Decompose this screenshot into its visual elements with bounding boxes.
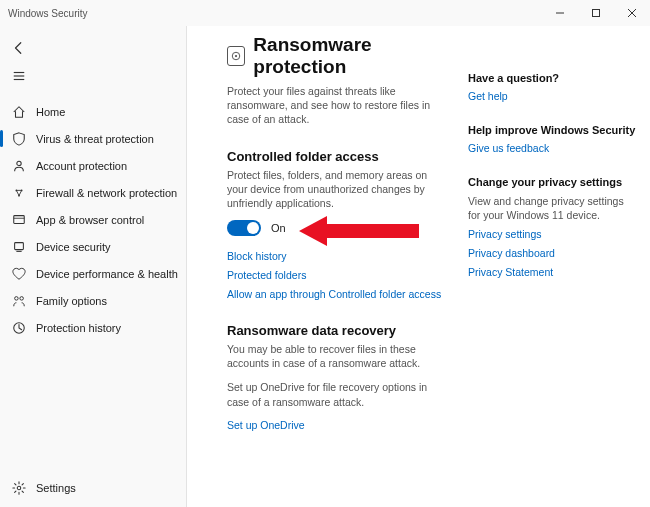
account-icon [12, 159, 26, 173]
annotation-arrow [299, 214, 419, 248]
svg-rect-13 [15, 242, 24, 249]
recovery-description: You may be able to recover files in thes… [227, 342, 450, 370]
sidebar-item-home[interactable]: Home [0, 98, 186, 125]
gear-icon [12, 481, 26, 495]
link-setup-onedrive[interactable]: Set up OneDrive [227, 419, 450, 431]
svg-point-18 [17, 486, 21, 490]
sidebar-item-virus-threat[interactable]: Virus & threat protection [0, 125, 186, 152]
shield-icon [12, 132, 26, 146]
sidebar: Home Virus & threat protection Account p… [0, 26, 187, 507]
heart-icon [12, 267, 26, 281]
sidebar-item-label: App & browser control [36, 214, 144, 226]
svg-rect-11 [14, 215, 25, 223]
sidebar-item-label: Virus & threat protection [36, 133, 154, 145]
svg-point-15 [15, 296, 19, 300]
cfa-toggle-state: On [271, 222, 286, 234]
sidebar-item-protection-history[interactable]: Protection history [0, 314, 186, 341]
sidebar-item-label: Home [36, 106, 65, 118]
aside-privacy-heading: Change your privacy settings [468, 176, 636, 188]
sidebar-item-family[interactable]: Family options [0, 287, 186, 314]
app-browser-icon [12, 213, 26, 227]
firewall-icon [12, 186, 26, 200]
cfa-heading: Controlled folder access [227, 149, 450, 164]
history-icon [12, 321, 26, 335]
back-button[interactable] [2, 34, 36, 62]
aside-privacy-description: View and change privacy settings for you… [468, 194, 636, 222]
minimize-button[interactable] [542, 0, 578, 26]
main-content: Ransomware protection Protect your files… [227, 34, 468, 507]
maximize-button[interactable] [578, 0, 614, 26]
link-give-feedback[interactable]: Give us feedback [468, 142, 636, 154]
svg-point-16 [20, 296, 24, 300]
family-icon [12, 294, 26, 308]
titlebar: Windows Security [0, 0, 650, 26]
aside-improve-heading: Help improve Windows Security [468, 124, 636, 136]
page-description: Protect your files against threats like … [227, 84, 450, 127]
sidebar-item-label: Family options [36, 295, 107, 307]
aside: Have a question? Get help Help improve W… [468, 34, 636, 507]
sidebar-item-label: Account protection [36, 160, 127, 172]
sidebar-item-device-security[interactable]: Device security [0, 233, 186, 260]
link-protected-folders[interactable]: Protected folders [227, 269, 450, 281]
onedrive-description: Set up OneDrive for file recovery option… [227, 380, 450, 408]
sidebar-item-firewall[interactable]: Firewall & network protection [0, 179, 186, 206]
ransomware-icon [227, 46, 245, 66]
svg-point-7 [17, 161, 21, 165]
recovery-heading: Ransomware data recovery [227, 323, 450, 338]
svg-marker-21 [299, 216, 419, 246]
sidebar-item-label: Settings [36, 482, 76, 494]
link-privacy-dashboard[interactable]: Privacy dashboard [468, 247, 636, 259]
device-security-icon [12, 240, 26, 254]
aside-question-heading: Have a question? [468, 72, 636, 84]
link-allow-app[interactable]: Allow an app through Controlled folder a… [227, 288, 450, 300]
home-icon [12, 105, 26, 119]
window-title: Windows Security [8, 8, 87, 19]
link-privacy-settings[interactable]: Privacy settings [468, 228, 636, 240]
sidebar-item-account[interactable]: Account protection [0, 152, 186, 179]
sidebar-item-device-performance[interactable]: Device performance & health [0, 260, 186, 287]
link-block-history[interactable]: Block history [227, 250, 450, 262]
svg-point-20 [235, 55, 237, 57]
svg-rect-1 [593, 10, 600, 17]
cfa-description: Protect files, folders, and memory areas… [227, 168, 450, 211]
link-get-help[interactable]: Get help [468, 90, 636, 102]
sidebar-item-label: Device security [36, 241, 111, 253]
page-title: Ransomware protection [253, 34, 450, 78]
close-button[interactable] [614, 0, 650, 26]
sidebar-item-label: Protection history [36, 322, 121, 334]
sidebar-item-label: Firewall & network protection [36, 187, 177, 199]
sidebar-item-label: Device performance & health [36, 268, 178, 280]
nav-menu-button[interactable] [2, 62, 36, 90]
sidebar-item-settings[interactable]: Settings [0, 474, 186, 501]
sidebar-item-app-browser[interactable]: App & browser control [0, 206, 186, 233]
cfa-toggle[interactable] [227, 220, 261, 236]
link-privacy-statement[interactable]: Privacy Statement [468, 266, 636, 278]
